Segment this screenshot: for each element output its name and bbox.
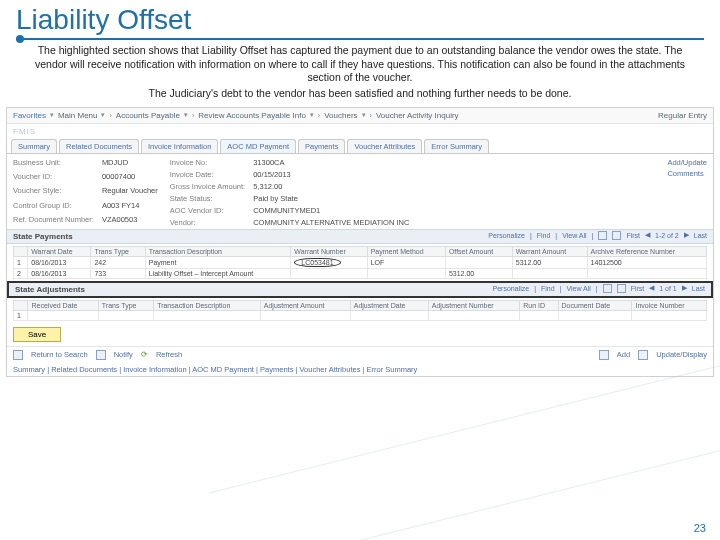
tab-links-text[interactable]: Summary | Related Documents | Invoice In…	[7, 363, 713, 376]
chevron-right-icon[interactable]: ▶	[684, 231, 689, 239]
state-payments-title: State Payments	[13, 232, 73, 241]
chevron-right-icon[interactable]: ▶	[682, 284, 687, 292]
th-invoice-number: Invoice Number	[632, 300, 707, 310]
slide-paragraph-2: The Judiciary's debt to the vendor has b…	[28, 87, 692, 101]
value-vendor: COMMUNITY ALTERNATIVE MEDIATION INC	[253, 218, 409, 227]
link-personalize[interactable]: Personalize	[493, 285, 530, 292]
breadcrumb-regular-entry[interactable]: Regular Entry	[658, 111, 707, 120]
breadcrumb-vouchers[interactable]: Vouchers	[324, 111, 357, 120]
th-idx	[14, 246, 28, 256]
value-invoice-date: 00/15/2013	[253, 170, 409, 179]
chevron-down-icon: ▾	[362, 111, 366, 119]
breadcrumb-review[interactable]: Review Accounts Payable Info	[198, 111, 306, 120]
add-icon	[599, 350, 609, 360]
cell	[350, 310, 428, 320]
link-find[interactable]: Find	[537, 232, 551, 239]
download-icon[interactable]	[617, 284, 626, 293]
th-arn: Archive Reference Number	[587, 246, 706, 256]
link-refresh[interactable]: Refresh	[156, 350, 182, 359]
th-trans-desc: Transaction Description	[154, 300, 261, 310]
cell	[28, 310, 98, 320]
link-personalize[interactable]: Personalize	[488, 232, 525, 239]
th-doc-date: Document Date	[558, 300, 632, 310]
value-business-unit: MDJUD	[102, 158, 158, 169]
link-add-update[interactable]: Add/Update	[667, 158, 707, 167]
chevron-right-icon: ›	[370, 112, 372, 119]
cell-offset	[445, 256, 512, 268]
breadcrumb-main-menu[interactable]: Main Menu	[58, 111, 98, 120]
cell-amount	[512, 268, 587, 278]
state-adjustments-table: Received Date Trans Type Transaction Des…	[13, 300, 707, 321]
grid-icon[interactable]	[603, 284, 612, 293]
cell	[428, 310, 519, 320]
label-business-unit: Business Unit:	[13, 158, 94, 169]
cell-idx: 1	[14, 256, 28, 268]
label-ref-doc: Ref. Document Number:	[13, 215, 94, 226]
link-return-search[interactable]: Return to Search	[31, 350, 88, 359]
breadcrumb-activity[interactable]: Voucher Activity Inquiry	[376, 111, 459, 120]
cell-arn	[587, 268, 706, 278]
cell-warrant	[291, 268, 367, 278]
cell	[154, 310, 261, 320]
label-invoice-date: Invoice Date:	[170, 170, 245, 179]
link-find[interactable]: Find	[541, 285, 555, 292]
table-row: 1	[14, 310, 707, 320]
tab-related-documents[interactable]: Related Documents	[59, 139, 139, 153]
chevron-down-icon: ▾	[184, 111, 188, 119]
pager-first[interactable]: First	[626, 232, 640, 239]
tab-aoc-md-payment[interactable]: AOC MD Payment	[220, 139, 296, 153]
pager-last[interactable]: Last	[692, 285, 705, 292]
tab-summary[interactable]: Summary	[11, 139, 57, 153]
download-icon[interactable]	[612, 231, 621, 240]
link-update-display[interactable]: Update/Display	[656, 350, 707, 359]
cell-type: 733	[91, 268, 145, 278]
tab-invoice-information[interactable]: Invoice Information	[141, 139, 218, 153]
notify-icon	[96, 350, 106, 360]
tab-payments[interactable]: Payments	[298, 139, 345, 153]
cell-warrant: LC053481	[291, 256, 367, 268]
label-control-group: Control Group ID:	[13, 201, 94, 212]
tab-voucher-attributes[interactable]: Voucher Attributes	[347, 139, 422, 153]
slide-paragraph-1: The highlighted section shows that Liabi…	[28, 44, 692, 85]
save-button[interactable]: Save	[13, 327, 61, 342]
th-adj-amount: Adjustment Amount	[260, 300, 350, 310]
cell	[98, 310, 153, 320]
bottom-toolbar: Return to Search Notify ⟳ Refresh Add Up…	[7, 346, 713, 363]
chevron-left-icon[interactable]: ◀	[649, 284, 654, 292]
chevron-left-icon[interactable]: ◀	[645, 231, 650, 239]
cell-amount: 5312.00	[512, 256, 587, 268]
slide-title: Liability Offset	[0, 0, 720, 36]
action-bar: Save	[7, 323, 713, 346]
cell	[260, 310, 350, 320]
tab-error-summary[interactable]: Error Summary	[424, 139, 489, 153]
cell	[632, 310, 707, 320]
link-view-all[interactable]: View All	[562, 232, 586, 239]
link-notify[interactable]: Notify	[114, 350, 133, 359]
slide-page-number: 23	[694, 522, 706, 534]
pager-last[interactable]: Last	[694, 232, 707, 239]
link-add[interactable]: Add	[617, 350, 630, 359]
value-ref-doc: VZA00503	[102, 215, 158, 226]
link-comments[interactable]: Comments	[667, 169, 707, 178]
update-icon	[638, 350, 648, 360]
chevron-right-icon: ›	[192, 112, 194, 119]
table-row: 2 08/16/2013 733 Liability Offset – Inte…	[14, 268, 707, 278]
th-trans-type: Trans Type	[91, 246, 145, 256]
cell-type: 242	[91, 256, 145, 268]
th-trans-type: Trans Type	[98, 300, 153, 310]
label-state-status: State Status:	[170, 194, 245, 203]
cell-desc: Liability Offset – Intercept Amount	[145, 268, 291, 278]
breadcrumb: Favorites ▾ Main Menu ▾ › Accounts Payab…	[7, 108, 713, 124]
breadcrumb-favorites[interactable]: Favorites	[13, 111, 46, 120]
pager-first[interactable]: First	[631, 285, 645, 292]
side-links: Add/Update Comments	[667, 158, 707, 227]
value-voucher-id: 00007400	[102, 172, 158, 183]
link-view-all[interactable]: View All	[566, 285, 590, 292]
breadcrumb-ap[interactable]: Accounts Payable	[116, 111, 180, 120]
value-aoc-vendor-id: COMMUNITYMED1	[253, 206, 409, 215]
cell-idx: 2	[14, 268, 28, 278]
chevron-right-icon: ›	[109, 112, 111, 119]
th-payment-method: Payment Method	[367, 246, 445, 256]
chevron-right-icon: ›	[318, 112, 320, 119]
grid-icon[interactable]	[598, 231, 607, 240]
